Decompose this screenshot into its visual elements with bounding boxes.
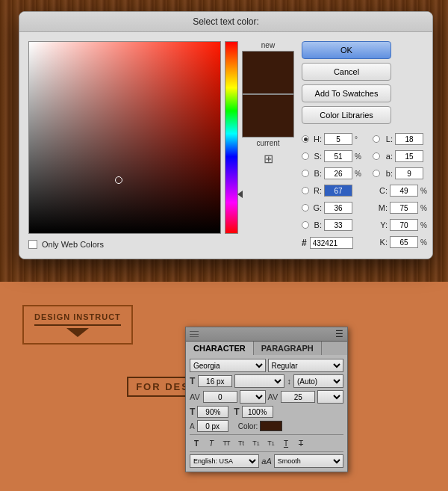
font-family-row: Georgia Regular [190,359,343,372]
b-input[interactable] [324,167,352,179]
font-size-row: T ↕ (Auto) [190,374,343,388]
g-input[interactable] [324,202,352,214]
s-label: S: [311,152,322,161]
panel-tabs: CHARACTER PARAGRAPH [186,342,347,355]
horizontal-scale-icon: T [234,407,239,417]
type-subscript-btn[interactable]: T1 [264,437,278,449]
anti-alias-select[interactable]: Smooth [274,454,343,468]
design-instruct-text: DESIGN INSTRUCT [34,312,121,321]
color-picker-area: new current ⊞ Only Web Colors [28,41,294,250]
hsb-col: H: ° S: % B: [302,132,362,250]
sliders-section: H: ° S: % B: [302,132,428,250]
m-unit: % [420,204,428,212]
h-radio[interactable] [302,135,309,143]
vertical-scale-input[interactable] [197,406,228,418]
font-style-select[interactable]: Regular [268,359,344,372]
add-swatches-button[interactable]: Add To Swatches [302,84,391,102]
current-color-swatch [242,94,294,138]
b2-radio[interactable] [302,221,309,229]
b2-input[interactable] [324,219,352,231]
hue-arrow [237,191,243,198]
kerning-unit-btn[interactable] [240,390,266,404]
color-label: Color: [238,422,258,430]
kerning-icon: AV [190,392,200,401]
font-size-unit-btn[interactable] [234,374,284,388]
baseline-icon: A [190,422,195,430]
button-group: OK Cancel Add To Swatches Color Librarie… [302,41,428,124]
k-unit: % [420,238,428,247]
y-row: Y: % [373,217,428,232]
panel-header: ☰ [186,327,347,342]
h-row: H: ° [302,132,362,146]
l-row: L: [373,132,428,146]
k-input[interactable] [390,236,418,248]
hue-slider[interactable] [225,41,238,234]
tracking-icon: AV [268,392,279,401]
ok-button[interactable]: OK [302,41,391,59]
r-radio[interactable] [302,187,309,194]
h-unit: ° [355,135,362,143]
s-unit: % [355,152,362,161]
web-colors-checkbox[interactable] [28,240,37,249]
eyedropper-icon[interactable]: ⊞ [264,152,273,166]
language-row: English: USA aA Smooth [190,454,343,468]
a-radio[interactable] [373,152,380,160]
type-bold-btn[interactable]: T [190,437,203,449]
design-instruct-box: DESIGN INSTRUCT [22,305,133,345]
b3-radio[interactable] [373,170,380,177]
type-strikethrough-btn[interactable]: T [294,437,308,449]
r-row: R: [302,183,362,198]
c-label: C: [373,186,388,195]
hex-label: # [302,238,307,248]
font-family-select[interactable]: Georgia [190,359,266,372]
tab-character[interactable]: CHARACTER [186,342,254,355]
panel-menu-icon[interactable]: ☰ [335,329,343,339]
color-swatch[interactable] [260,421,282,431]
color-gradient[interactable] [28,41,221,234]
c-unit: % [420,187,428,195]
r-input[interactable] [324,185,352,197]
hex-input[interactable] [310,237,353,249]
h-label: H: [311,135,322,143]
s-input[interactable] [324,150,352,162]
language-select[interactable]: English: USA [190,454,259,468]
type-superscript-btn[interactable]: T1 [249,437,263,449]
m-input[interactable] [390,202,418,214]
kerning-input[interactable] [203,391,237,403]
cancel-button[interactable]: Cancel [302,63,391,81]
a-label: a: [382,152,393,161]
type-smallcaps-btn[interactable]: Tt [234,437,248,449]
h-input[interactable] [324,133,352,145]
leading-select[interactable]: (Auto) [293,374,343,388]
baseline-row: A Color: [190,420,343,432]
color-picker-dialog: Select text color: new current ⊞ [19,11,433,259]
tab-paragraph[interactable]: PARAGRAPH [254,342,322,355]
y-input[interactable] [390,219,418,231]
l-input[interactable] [395,133,423,145]
r-label: R: [311,186,322,195]
horizontal-scale-input[interactable] [242,406,273,418]
scale-row: T T [190,406,343,418]
y-label: Y: [373,220,388,229]
lab-cmyk-col: L: a: b: [373,132,428,250]
type-italic-btn[interactable]: T [205,437,218,449]
a-input[interactable] [395,150,423,162]
panel-drag-handle[interactable] [190,331,199,337]
tracking-input[interactable] [281,391,315,403]
l-radio[interactable] [373,135,380,143]
b-unit: % [355,170,362,178]
c-row: C: % [373,183,428,198]
type-underline-btn[interactable]: T [279,437,293,449]
g-radio[interactable] [302,204,309,211]
b-radio[interactable] [302,170,309,177]
k-label: K: [373,238,388,247]
c-input[interactable] [390,185,418,197]
baseline-input[interactable] [197,420,228,432]
b3-input[interactable] [395,167,423,179]
font-size-input[interactable] [198,375,232,387]
s-radio[interactable] [302,152,309,160]
leading-icon: ↕ [287,377,291,386]
color-libraries-button[interactable]: Color Libraries [302,106,391,124]
type-allcaps-btn[interactable]: TT [220,437,233,449]
tracking-unit-btn[interactable] [317,390,343,404]
